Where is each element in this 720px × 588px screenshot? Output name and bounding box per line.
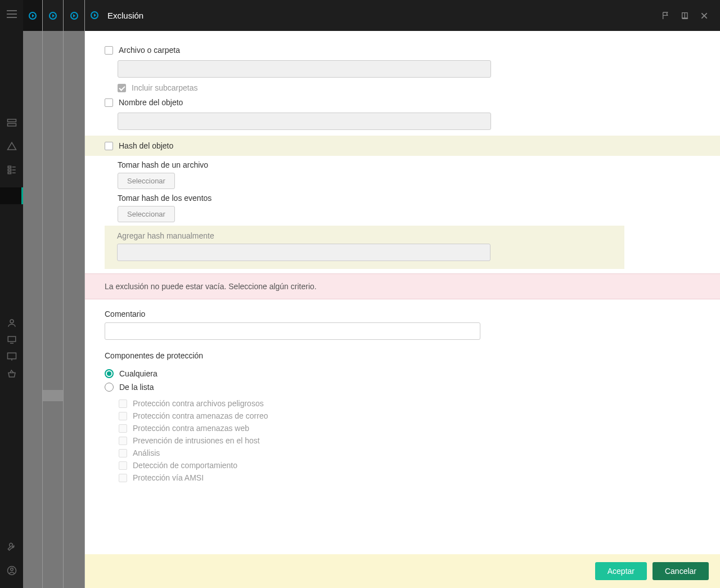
panel-footer: Aceptar Cancelar [85, 554, 720, 588]
protection-title: Componentes de protección [105, 351, 700, 360]
stacked-panels [23, 0, 85, 588]
hash-from-file-label: Tomar hash de un archivo [85, 156, 720, 173]
protection-item-checkbox [119, 412, 127, 420]
play-icon[interactable] [70, 12, 78, 20]
protection-list-row[interactable]: De la lista [105, 380, 700, 394]
alert-icon[interactable] [7, 141, 17, 151]
account-icon[interactable] [7, 565, 17, 576]
hash-from-file-button[interactable]: Seleccionar [118, 173, 175, 189]
object-name-input[interactable] [118, 113, 491, 130]
svg-rect-11 [7, 353, 16, 359]
play-icon[interactable] [49, 12, 57, 20]
file-or-folder-row: Archivo o carpeta [85, 43, 720, 57]
include-subfolders-row: Incluir subcarpetas [85, 83, 720, 96]
accept-button[interactable]: Aceptar [595, 562, 647, 580]
protection-item-checkbox [119, 400, 127, 408]
object-hash-label: Hash del objeto [119, 141, 173, 150]
file-or-folder-input[interactable] [118, 60, 491, 78]
protection-item-checkbox [119, 449, 127, 457]
hash-from-events-button[interactable]: Seleccionar [118, 206, 175, 222]
basket-icon[interactable] [7, 369, 17, 379]
play-icon[interactable] [29, 12, 37, 20]
svg-point-14 [10, 568, 13, 571]
panel-header: Exclusión [85, 0, 720, 31]
object-name-row: Nombre del objeto [85, 96, 720, 109]
sidebar-active-indicator [0, 187, 23, 204]
svg-rect-0 [7, 119, 16, 122]
comment-input[interactable] [105, 322, 480, 340]
devices-icon[interactable] [7, 335, 17, 345]
object-hash-row: Hash del objeto [85, 139, 720, 152]
policies-icon[interactable] [7, 165, 17, 175]
menu-icon[interactable] [7, 10, 17, 18]
svg-rect-3 [8, 169, 11, 171]
servers-icon[interactable] [7, 118, 17, 128]
protection-any-radio[interactable] [105, 369, 114, 378]
hash-manual-input[interactable] [117, 244, 490, 261]
protection-any-label: Cualquiera [119, 369, 158, 378]
include-subfolders-checkbox[interactable] [118, 84, 126, 92]
cancel-button[interactable]: Cancelar [652, 562, 709, 580]
protection-item-label: Análisis [133, 448, 160, 457]
comment-label: Comentario [105, 309, 700, 318]
protection-item-checkbox [119, 461, 127, 470]
protection-item-label: Protección contra amenazas web [133, 424, 249, 433]
file-or-folder-checkbox[interactable] [105, 46, 113, 55]
svg-rect-2 [8, 166, 11, 168]
flag-icon[interactable] [662, 11, 670, 20]
protection-item-checkbox [119, 437, 127, 445]
wrench-icon[interactable] [7, 542, 17, 552]
object-name-checkbox[interactable] [105, 98, 113, 107]
protection-list-label: De la lista [119, 383, 154, 392]
protection-item-label: Detección de comportamiento [133, 461, 237, 470]
users-icon[interactable] [7, 318, 17, 328]
protection-item-label: Protección vía AMSI [133, 473, 204, 482]
include-subfolders-label: Incluir subcarpetas [132, 83, 198, 92]
panel-title: Exclusión [107, 11, 143, 20]
hash-manual-label: Agregar hash manualmente [117, 231, 612, 244]
monitor-icon[interactable] [7, 352, 17, 362]
panel-body: Archivo o carpeta Incluir subcarpetas No… [85, 31, 720, 588]
protection-item-checkbox [119, 424, 127, 433]
svg-rect-4 [8, 172, 11, 174]
protection-any-row[interactable]: Cualquiera [105, 367, 700, 380]
hash-from-events-label: Tomar hash de los eventos [85, 189, 720, 206]
app-sidebar [0, 0, 23, 588]
protection-item-label: Prevención de intrusiones en el host [133, 436, 260, 445]
svg-rect-1 [7, 124, 16, 127]
file-or-folder-label: Archivo o carpeta [119, 46, 180, 55]
protection-item-label: Protección contra amenazas de correo [133, 411, 268, 420]
protection-list-radio[interactable] [105, 383, 114, 392]
svg-rect-9 [8, 336, 16, 342]
error-message: La exclusión no puede estar vacía. Selec… [85, 273, 720, 299]
svg-point-8 [10, 320, 14, 323]
protection-item-label: Protección contra archivos peligrosos [133, 399, 264, 408]
protection-item-checkbox [119, 474, 127, 482]
play-icon [91, 11, 100, 20]
object-name-label: Nombre del objeto [119, 98, 183, 107]
book-icon[interactable] [681, 11, 690, 20]
close-icon[interactable] [700, 11, 709, 20]
protection-components-list: Protección contra archivos peligrosos Pr… [105, 394, 700, 484]
object-hash-checkbox[interactable] [105, 142, 113, 150]
